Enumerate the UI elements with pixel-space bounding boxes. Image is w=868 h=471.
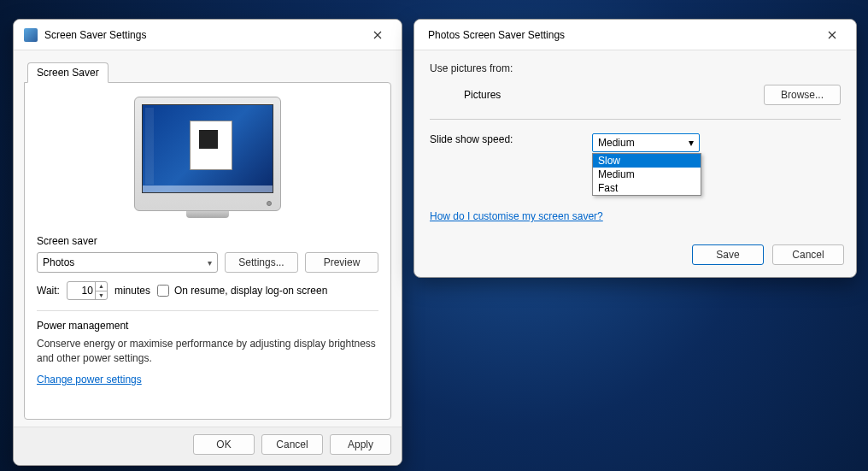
screen-saver-settings-dialog: Screen Saver Settings Screen Saver Scr [13, 19, 402, 466]
close-button[interactable] [361, 23, 395, 47]
close-icon [373, 31, 382, 39]
screensaver-group-label: Screen saver [37, 235, 378, 247]
tab-panel: Screen saver Photos ▾ Settings... Previe… [24, 82, 391, 420]
browse-button[interactable]: Browse... [764, 85, 841, 105]
dialog-button-row: Save Cancel [414, 236, 856, 277]
power-text: Conserve energy or maximise performance … [37, 337, 378, 367]
screensaver-icon [24, 28, 38, 42]
resume-logon-checkbox-wrap[interactable]: On resume, display log-on screen [157, 285, 327, 297]
wait-minutes-input[interactable] [67, 285, 95, 297]
speed-select-value: Medium [598, 137, 635, 149]
dialog-title: Photos Screen Saver Settings [425, 29, 815, 41]
screensaver-select-value: Photos [43, 256, 74, 268]
speed-dropdown-list: Slow Medium Fast [592, 153, 701, 196]
save-button[interactable]: Save [692, 244, 764, 265]
apply-button[interactable]: Apply [330, 434, 391, 455]
wait-minutes-spinner[interactable]: ▲ ▼ [67, 281, 108, 300]
content: Use pictures from: Pictures Browse... Sl… [414, 50, 856, 236]
wait-label: Wait: [37, 285, 60, 297]
ok-button[interactable]: OK [193, 434, 255, 455]
tab-screen-saver[interactable]: Screen Saver [27, 62, 108, 83]
customize-link[interactable]: How do I customise my screen saver? [430, 210, 603, 222]
dialog-title: Screen Saver Settings [44, 29, 361, 41]
divider [37, 310, 378, 311]
change-power-settings-link[interactable]: Change power settings [37, 374, 142, 386]
divider [430, 119, 841, 120]
preview-button[interactable]: Preview [305, 252, 378, 273]
screensaver-select[interactable]: Photos ▾ [37, 252, 218, 273]
tab-row: Screen Saver [27, 62, 391, 83]
speed-option-fast[interactable]: Fast [593, 181, 701, 195]
speed-label: Slide show speed: [430, 133, 592, 145]
cancel-button[interactable]: Cancel [261, 434, 323, 455]
resume-logon-label: On resume, display log-on screen [174, 285, 327, 297]
speed-option-slow[interactable]: Slow [593, 154, 701, 168]
photos-screensaver-settings-dialog: Photos Screen Saver Settings Use picture… [413, 19, 857, 278]
spinner-up-icon[interactable]: ▲ [96, 282, 107, 291]
power-heading: Power management [37, 320, 378, 332]
speed-select[interactable]: Medium ▾ Slow Medium Fast [592, 133, 700, 152]
wait-unit: minutes [114, 285, 150, 297]
resume-logon-checkbox[interactable] [157, 285, 169, 297]
chevron-down-icon: ▾ [208, 258, 212, 268]
use-pictures-label: Use pictures from: [430, 62, 513, 74]
monitor-preview [37, 97, 378, 218]
cancel-button[interactable]: Cancel [772, 244, 844, 265]
close-icon [828, 31, 836, 39]
titlebar: Photos Screen Saver Settings [414, 20, 856, 50]
spinner-down-icon[interactable]: ▼ [96, 291, 107, 300]
pictures-value: Pictures [430, 89, 592, 101]
settings-button[interactable]: Settings... [225, 252, 298, 273]
speed-option-medium[interactable]: Medium [593, 168, 701, 181]
titlebar: Screen Saver Settings [14, 20, 402, 50]
chevron-down-icon: ▾ [689, 137, 694, 149]
dialog-button-row: OK Cancel Apply [14, 427, 402, 465]
close-button[interactable] [815, 23, 849, 47]
